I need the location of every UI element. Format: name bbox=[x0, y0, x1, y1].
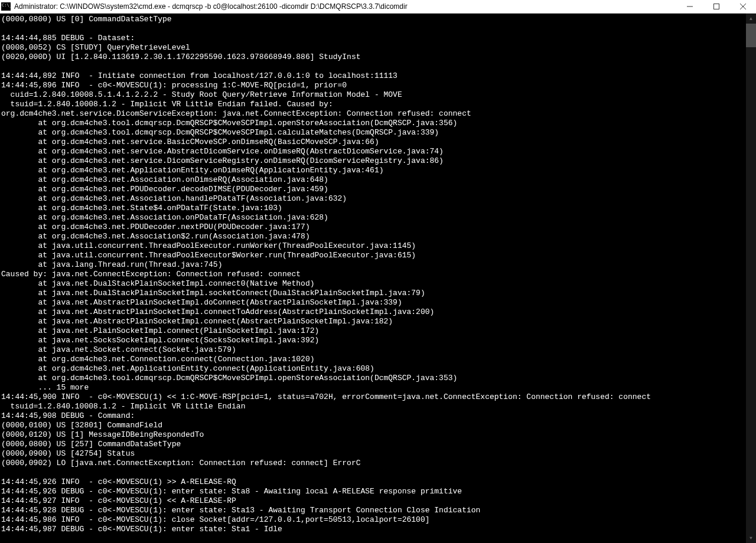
console-line: at org.dcm4che3.net.PDUDecoder.nextPDU(P… bbox=[1, 223, 755, 232]
console-line: 14:44:45,986 INFO - c0<-MOVESCU(1): clos… bbox=[1, 515, 755, 525]
scroll-up-button[interactable]: ▲ bbox=[746, 14, 756, 24]
scrollbar-thumb[interactable] bbox=[746, 24, 756, 47]
console-line: 14:44:45,900 INFO - c0<-MOVESCU(1) << 1:… bbox=[1, 392, 755, 402]
console-line: 14:44:45,896 INFO - c0<-MOVESCU(1): proc… bbox=[1, 81, 755, 90]
console-line bbox=[1, 24, 755, 34]
console-line: at org.dcm4che3.net.Association.onPDataT… bbox=[1, 213, 755, 223]
console-line: 14:44:45,927 INFO - c0<-MOVESCU(1) << A-… bbox=[1, 496, 755, 506]
console-line: at org.dcm4che3.tool.dcmqrscp.DcmQRSCP$C… bbox=[1, 128, 755, 138]
console-area[interactable]: (0000,0800) US [0] CommandDataSetType 14… bbox=[0, 14, 756, 543]
console-line: at java.lang.Thread.run(Thread.java:745) bbox=[1, 260, 755, 270]
window-controls bbox=[676, 0, 756, 14]
console-output: (0000,0800) US [0] CommandDataSetType 14… bbox=[0, 14, 756, 535]
console-line: Caused by: java.net.ConnectException: Co… bbox=[1, 270, 755, 279]
console-line: at org.dcm4che3.net.Association$2.run(As… bbox=[1, 232, 755, 241]
console-line: tsuid=1.2.840.10008.1.2 - Implicit VR Li… bbox=[1, 402, 755, 411]
console-line: 14:44:44,892 INFO - Initiate connection … bbox=[1, 71, 755, 81]
console-line: at org.dcm4che3.net.Association.handlePD… bbox=[1, 194, 755, 204]
console-line: at org.dcm4che3.net.Connection.connect(C… bbox=[1, 355, 755, 364]
console-line: at java.net.Socket.connect(Socket.java:5… bbox=[1, 345, 755, 355]
console-line: at java.net.SocksSocketImpl.connect(Sock… bbox=[1, 336, 755, 345]
console-line: at java.net.AbstractPlainSocketImpl.doCo… bbox=[1, 298, 755, 308]
console-line: (0000,0800) US [257] CommandDataSetType bbox=[1, 440, 755, 449]
console-line: tsuid=1.2.840.10008.1.2 - Implicit VR Li… bbox=[1, 100, 755, 109]
window-titlebar: Administrator: C:\WINDOWS\system32\cmd.e… bbox=[0, 0, 756, 14]
console-line: at java.net.PlainSocketImpl.connect(Plai… bbox=[1, 326, 755, 336]
vertical-scrollbar[interactable]: ▲ ▼ bbox=[746, 14, 756, 543]
console-line: at org.dcm4che3.net.ApplicationEntity.on… bbox=[1, 166, 755, 175]
console-line: (0020,000D) UI [1.2.840.113619.2.30.1.17… bbox=[1, 53, 755, 62]
console-line: 14:44:45,908 DEBUG - Command: bbox=[1, 411, 755, 421]
console-line: at org.dcm4che3.net.Association.onDimseR… bbox=[1, 175, 755, 185]
console-line: 14:44:45,926 DEBUG - c0<-MOVESCU(1): ent… bbox=[1, 487, 755, 496]
svg-rect-1 bbox=[713, 4, 719, 9]
console-line: (0000,0100) US [32801] CommandField bbox=[1, 421, 755, 430]
console-line: (0000,0800) US [0] CommandDataSetType bbox=[1, 15, 755, 24]
console-line: (0008,0052) CS [STUDY] QueryRetrieveLeve… bbox=[1, 43, 755, 53]
console-line: at java.net.AbstractPlainSocketImpl.conn… bbox=[1, 317, 755, 326]
console-line: at org.dcm4che3.tool.dcmqrscp.DcmQRSCP$C… bbox=[1, 374, 755, 383]
console-line: at org.dcm4che3.net.State$4.onPDataTF(St… bbox=[1, 204, 755, 213]
console-line: 14:44:44,885 DEBUG - Dataset: bbox=[1, 34, 755, 43]
console-line: (0000,0902) LO [java.net.ConnectExceptio… bbox=[1, 459, 755, 468]
console-line: cuid=1.2.840.10008.5.1.4.1.2.2.2 - Study… bbox=[1, 90, 755, 100]
console-line: at org.dcm4che3.net.service.DicomService… bbox=[1, 156, 755, 166]
console-line: at java.net.DualStackPlainSocketImpl.con… bbox=[1, 279, 755, 289]
console-line: at org.dcm4che3.net.PDUDecoder.decodeDIM… bbox=[1, 185, 755, 194]
scroll-down-button[interactable]: ▼ bbox=[746, 533, 756, 543]
console-line: 14:44:45,926 INFO - c0<-MOVESCU(1) >> A-… bbox=[1, 477, 755, 487]
console-line: at java.net.DualStackPlainSocketImpl.soc… bbox=[1, 289, 755, 298]
console-line: org.dcm4che3.net.service.DicomServiceExc… bbox=[1, 109, 755, 119]
minimize-button[interactable] bbox=[676, 0, 703, 14]
console-line: at org.dcm4che3.net.service.BasicCMoveSC… bbox=[1, 138, 755, 147]
console-line: ... 15 more bbox=[1, 383, 755, 392]
console-line: 14:44:45,928 DEBUG - c0<-MOVESCU(1): ent… bbox=[1, 506, 755, 515]
console-line bbox=[1, 62, 755, 71]
maximize-button[interactable] bbox=[703, 0, 729, 14]
console-line: (0000,0120) US [1] MessageIDBeingRespond… bbox=[1, 430, 755, 440]
cmd-icon bbox=[1, 2, 11, 11]
scrollbar-track[interactable] bbox=[746, 24, 756, 533]
console-line bbox=[1, 468, 755, 477]
close-button[interactable] bbox=[729, 0, 756, 14]
console-line: 14:44:45,987 DEBUG - c0<-MOVESCU(1): ent… bbox=[1, 525, 755, 534]
console-line: at java.util.concurrent.ThreadPoolExecut… bbox=[1, 241, 755, 251]
window-title: Administrator: C:\WINDOWS\system32\cmd.e… bbox=[14, 2, 676, 11]
console-line: at org.dcm4che3.net.ApplicationEntity.co… bbox=[1, 364, 755, 374]
console-line: at java.net.AbstractPlainSocketImpl.conn… bbox=[1, 308, 755, 317]
console-line: at java.util.concurrent.ThreadPoolExecut… bbox=[1, 251, 755, 260]
console-line: at org.dcm4che3.net.service.AbstractDico… bbox=[1, 147, 755, 156]
console-line: at org.dcm4che3.tool.dcmqrscp.DcmQRSCP$C… bbox=[1, 119, 755, 128]
console-line: (0000,0900) US [42754] Status bbox=[1, 449, 755, 459]
